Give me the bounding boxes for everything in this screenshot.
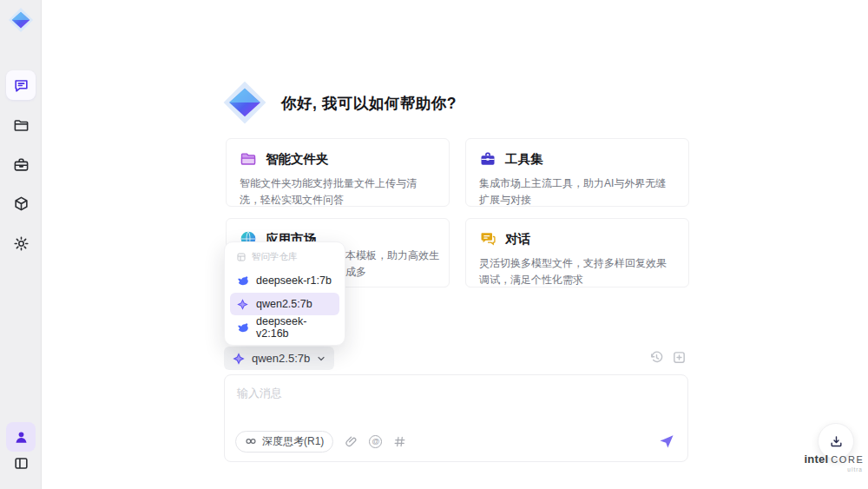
model-dropdown-header-label: 智问学仓库	[252, 251, 298, 263]
yellow-chat-icon	[479, 230, 496, 248]
model-option-deepseek-r1[interactable]: deepseek-r1:7b	[230, 269, 339, 292]
hash-icon	[393, 435, 406, 448]
deepseek-whale-icon	[236, 321, 249, 334]
sidebar-item-settings[interactable]	[6, 228, 36, 258]
card-title: 对话	[505, 231, 530, 248]
message-composer: 深度思考(R1) @	[224, 374, 688, 462]
card-description-partial: 本模板，助力高效生成多	[345, 248, 448, 280]
attach-file-button[interactable]	[345, 435, 358, 448]
chat-toolbar	[649, 350, 687, 365]
sidebar-item-collapse[interactable]	[6, 448, 36, 478]
app-logo-icon	[8, 7, 34, 33]
greeting-logo-icon	[222, 80, 267, 125]
sidebar-item-account[interactable]	[6, 422, 36, 452]
greeting-text: 你好, 我可以如何帮助你?	[281, 93, 457, 114]
model-option-qwen[interactable]: qwen2.5:7b	[230, 293, 339, 315]
indigo-briefcase-icon	[479, 150, 496, 168]
send-icon	[658, 433, 675, 450]
deep-think-toggle[interactable]: 深度思考(R1)	[235, 431, 333, 453]
paperclip-icon	[345, 435, 358, 448]
sidebar-item-models[interactable]	[6, 188, 36, 218]
model-option-label: qwen2.5:7b	[256, 298, 312, 310]
history-icon[interactable]	[649, 350, 664, 365]
card-toolset[interactable]: 工具集 集成市场上主流工具，助力AI与外界无缝扩展与对接	[465, 138, 689, 207]
ultra-wordmark: ultra	[806, 466, 863, 472]
purple-folder-icon	[240, 150, 257, 168]
sidebar-item-folders[interactable]	[6, 110, 36, 140]
model-option-deepseek-v2[interactable]: deepseek-v2:16b	[230, 316, 339, 339]
user-icon	[13, 429, 30, 446]
model-option-label: deepseek-v2:16b	[256, 315, 333, 340]
card-chat[interactable]: 对话 灵活切换多模型文件，支持多样回复效果调试，满足个性化需求	[465, 218, 689, 287]
panel-toggle-icon	[13, 455, 30, 472]
message-input[interactable]	[225, 375, 687, 419]
gear-icon	[13, 235, 30, 252]
card-description: 集成市场上主流工具，助力AI与外界无缝扩展与对接	[479, 175, 675, 208]
sidebar-item-chat[interactable]	[6, 70, 36, 100]
card-description: 灵活切换多模型文件，支持多样回复效果调试，满足个性化需求	[479, 255, 675, 287]
folder-icon	[13, 117, 30, 134]
deepseek-whale-icon	[236, 274, 249, 287]
at-icon: @	[369, 435, 382, 448]
send-button[interactable]	[658, 433, 675, 450]
qwen-star-icon	[236, 298, 249, 311]
infinity-icon	[245, 435, 257, 447]
deep-think-label: 深度思考(R1)	[262, 434, 324, 449]
composer-toolbar: 深度思考(R1) @	[235, 430, 675, 453]
download-icon	[829, 434, 844, 449]
sidebar	[0, 0, 42, 489]
model-selector[interactable]: qwen2.5:7b	[224, 347, 334, 370]
briefcase-icon	[13, 156, 30, 173]
mention-button[interactable]: @	[369, 435, 382, 448]
sidebar-item-toolset[interactable]	[6, 149, 36, 179]
chat-icon	[13, 77, 30, 94]
card-title: 工具集	[505, 151, 543, 168]
prompt-library-button[interactable]	[393, 435, 406, 448]
model-dropdown-header[interactable]: 智问学仓库	[230, 248, 339, 268]
qwen-star-icon	[232, 352, 246, 366]
model-dropdown: 智问学仓库 deepseek-r1:7b qwen2.5:7b deepseek…	[224, 241, 345, 346]
intel-core-logo: intel CORE ultra	[806, 453, 863, 472]
chevron-down-icon	[316, 354, 326, 364]
model-selector-label: qwen2.5:7b	[252, 352, 310, 365]
repository-icon	[236, 252, 247, 262]
card-title: 智能文件夹	[266, 151, 329, 168]
core-wordmark: CORE	[831, 454, 864, 465]
model-option-label: deepseek-r1:7b	[256, 274, 332, 287]
cube-icon	[13, 195, 30, 212]
card-description: 智能文件夹功能支持批量文件上传与清洗，轻松实现文件问答	[240, 175, 436, 208]
new-chat-icon[interactable]	[672, 350, 687, 365]
card-smart-folder[interactable]: 智能文件夹 智能文件夹功能支持批量文件上传与清洗，轻松实现文件问答	[226, 138, 450, 207]
intel-wordmark: intel	[805, 453, 829, 466]
